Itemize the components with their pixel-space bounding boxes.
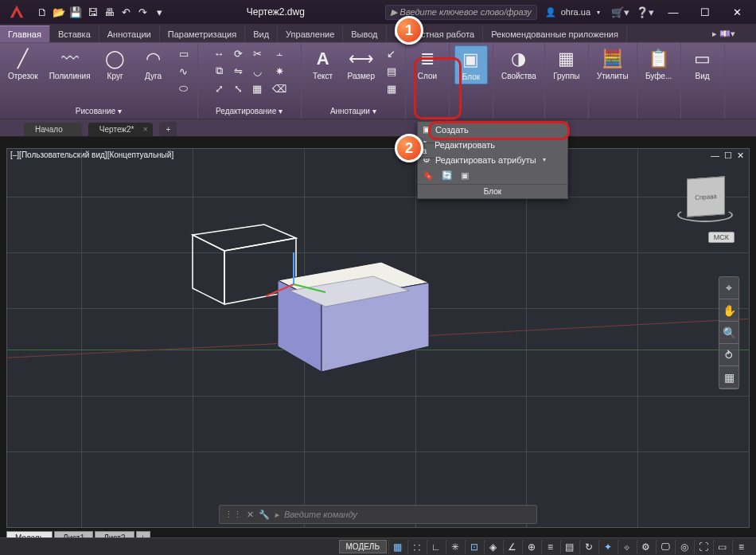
tab-output[interactable]: Вывод <box>343 26 386 42</box>
nav-zoom-icon[interactable]: 🔍 <box>719 322 738 344</box>
dimension-button[interactable]: ⟷Размер <box>345 45 378 83</box>
sb-gizmo-icon[interactable]: ✦ <box>598 540 616 554</box>
move-icon[interactable]: ↔ <box>210 45 228 61</box>
properties-button[interactable]: ◑Свойства <box>498 45 540 83</box>
file-tab-current[interactable]: Чертеж2*× <box>88 123 154 136</box>
tab-apps[interactable]: Рекомендованные приложения <box>483 26 627 42</box>
mtext-icon[interactable]: ▦ <box>383 80 400 96</box>
ellipse-icon[interactable]: ⬭ <box>175 80 193 96</box>
tab-manage[interactable]: Управление <box>278 26 343 42</box>
exchange-icon[interactable]: 🛒▾ <box>611 6 629 18</box>
qat-save-icon[interactable]: 💾 <box>68 5 83 19</box>
block-create-item[interactable]: ▣Создать <box>418 122 567 137</box>
close-tab-icon[interactable]: × <box>143 125 148 134</box>
sb-monitor-icon[interactable]: 🖵 <box>656 540 673 554</box>
sb-transp-icon[interactable]: ▤ <box>560 540 578 554</box>
text-button[interactable]: AТекст <box>306 45 340 83</box>
qat-plot-icon[interactable]: 🖶 <box>102 5 116 19</box>
layers-button[interactable]: ≣Слои <box>411 45 444 83</box>
sb-grid-icon[interactable]: ▦ <box>388 540 406 554</box>
sb-annoscale-icon[interactable]: ⟐ <box>618 540 635 554</box>
maximize-button[interactable]: ☐ <box>689 2 721 21</box>
arc-button[interactable]: ◠Дуга <box>137 45 170 83</box>
qat-undo-icon[interactable]: ↶ <box>119 5 133 19</box>
file-tab-start[interactable]: Начало <box>24 123 82 136</box>
viewport[interactable]: [–][Пользовательский вид][Концептуальный… <box>6 148 750 528</box>
rotate-icon[interactable]: ⟳ <box>229 45 247 61</box>
offset-icon[interactable]: ⫠ <box>271 45 288 61</box>
line-button[interactable]: ╱Отрезок <box>5 45 41 83</box>
sb-ortho-icon[interactable]: ∟ <box>427 540 444 554</box>
utilities-button[interactable]: 🧮Утилиты <box>594 45 632 83</box>
qat-new-icon[interactable]: 🗋 <box>35 5 49 19</box>
close-button[interactable]: ✕ <box>721 2 753 21</box>
polyline-button[interactable]: 〰Полилиния <box>46 45 94 83</box>
mirror-icon[interactable]: ⇋ <box>229 63 247 79</box>
tab-home[interactable]: Главная <box>0 25 50 42</box>
sb-polar-icon[interactable]: ✳ <box>446 540 463 554</box>
stretch-icon[interactable]: ⤢ <box>210 80 228 96</box>
nav-orbit-icon[interactable]: ⥁ <box>719 344 738 366</box>
table-icon[interactable]: ▤ <box>383 63 400 79</box>
tab-insert[interactable]: Вставка <box>50 26 99 42</box>
new-tab-button[interactable]: + <box>159 122 177 136</box>
trim-icon[interactable]: ✂ <box>248 45 266 61</box>
viewcube[interactable]: Справа <box>677 173 733 229</box>
panel-draw-title[interactable]: Рисование ▾ <box>5 105 193 117</box>
sb-clean-icon[interactable]: ▭ <box>713 540 731 554</box>
erase-icon[interactable]: ⌫ <box>271 80 288 96</box>
sb-lwt-icon[interactable]: ≡ <box>541 540 559 554</box>
block-sync-icon[interactable]: 🔄 <box>442 170 453 181</box>
wcs-badge[interactable]: МСК <box>708 232 735 243</box>
copy-icon[interactable]: ⧉ <box>210 63 228 79</box>
leader-icon[interactable]: ↙ <box>383 45 400 61</box>
block-define-icon[interactable]: ▣ <box>461 170 469 181</box>
sb-hardware-icon[interactable]: ⛶ <box>694 540 711 554</box>
sb-otrack-icon[interactable]: ∠ <box>503 540 520 554</box>
minimize-button[interactable]: — <box>657 2 689 21</box>
cmd-recent-icon[interactable]: 🔧 <box>259 510 270 520</box>
panel-annot-title[interactable]: Аннотации ▾ <box>306 105 400 117</box>
status-model-label[interactable]: МОДЕЛЬ <box>339 540 387 553</box>
qat-saveas-icon[interactable]: 🖫 <box>85 5 99 19</box>
explode-icon[interactable]: ✷ <box>271 63 288 79</box>
qat-open-icon[interactable]: 📂 <box>52 5 66 19</box>
sb-snap-icon[interactable]: ⸬ <box>407 540 425 554</box>
sb-workspace-icon[interactable]: ⚙ <box>637 540 654 554</box>
command-line[interactable]: ⋮⋮ ✕ 🔧 ▸ Введите команду <box>219 505 537 524</box>
scale-icon[interactable]: ⤡ <box>229 80 247 96</box>
nav-fullnav-icon[interactable]: ⌖ <box>719 277 738 299</box>
cmd-handle-icon[interactable]: ⋮⋮ <box>224 510 242 520</box>
block-button[interactable]: ▣Блок <box>454 45 488 84</box>
tab-annotate[interactable]: Аннотации <box>99 26 160 42</box>
qat-more-icon[interactable]: ▾ <box>152 5 166 19</box>
user-menu[interactable]: 👤 ohra.ua ▾ <box>545 7 600 18</box>
array-icon[interactable]: ▦ <box>248 80 266 96</box>
nav-pan-icon[interactable]: ✋ <box>719 299 738 322</box>
fillet-icon[interactable]: ◡ <box>248 63 266 79</box>
qat-redo-icon[interactable]: ↷ <box>135 5 150 19</box>
help-icon[interactable]: ❔▾ <box>636 6 654 18</box>
tab-view[interactable]: Вид <box>245 26 278 42</box>
cmd-close-icon[interactable]: ✕ <box>247 510 254 520</box>
sb-cycle-icon[interactable]: ↻ <box>579 540 597 554</box>
block-attr-icon[interactable]: 🔖 <box>423 170 434 181</box>
rect-icon[interactable]: ▭ <box>175 45 193 61</box>
tab-parametric[interactable]: Параметризация <box>160 26 245 42</box>
sb-3dosnap-icon[interactable]: ◈ <box>484 540 501 554</box>
block-edit-attr-item[interactable]: ⚙Редактировать атрибуты▾ <box>418 152 567 167</box>
circle-button[interactable]: ◯Круг <box>99 45 132 83</box>
sb-isolate-icon[interactable]: ◎ <box>675 540 692 554</box>
sb-dyn-icon[interactable]: ⊕ <box>522 540 540 554</box>
nav-showmotion-icon[interactable]: ▦ <box>719 366 738 389</box>
sb-custom-icon[interactable]: ≡ <box>732 540 750 554</box>
sb-osnap-icon[interactable]: ⊡ <box>465 540 482 554</box>
groups-button[interactable]: ▦Группы <box>550 45 583 83</box>
ribbon-overflow-icon[interactable]: ▸ 💷▾ <box>707 25 740 42</box>
view-button[interactable]: ▭Вид <box>686 45 719 83</box>
panel-modify-title[interactable]: Редактирование ▾ <box>203 105 296 117</box>
clipboard-button[interactable]: 📋Буфе... <box>642 45 676 83</box>
spline-icon[interactable]: ∿ <box>175 63 193 79</box>
viewcube-compass[interactable] <box>677 208 733 222</box>
app-logo[interactable] <box>3 2 30 21</box>
